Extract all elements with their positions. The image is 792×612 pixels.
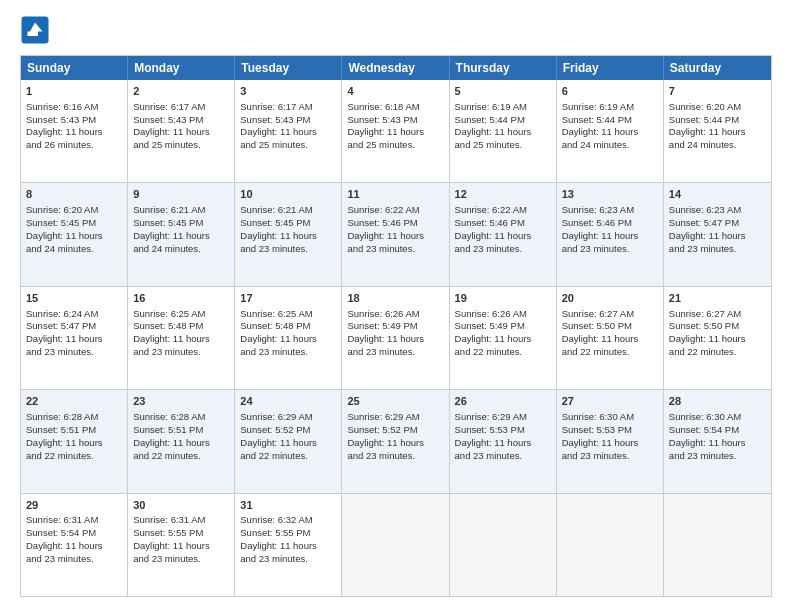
day-info: Sunset: 5:45 PM bbox=[133, 217, 229, 230]
day-info: Daylight: 11 hours bbox=[562, 333, 658, 346]
day-info: Sunrise: 6:32 AM bbox=[240, 514, 336, 527]
day-info: Sunset: 5:49 PM bbox=[455, 320, 551, 333]
day-info: Sunset: 5:52 PM bbox=[347, 424, 443, 437]
day-info: Sunrise: 6:25 AM bbox=[240, 308, 336, 321]
day-number: 1 bbox=[26, 84, 122, 99]
day-number: 10 bbox=[240, 187, 336, 202]
day-info: Daylight: 11 hours bbox=[347, 333, 443, 346]
day-info: Sunrise: 6:20 AM bbox=[669, 101, 766, 114]
day-info: Sunset: 5:48 PM bbox=[240, 320, 336, 333]
day-info: Sunrise: 6:17 AM bbox=[133, 101, 229, 114]
calendar-row: 15Sunrise: 6:24 AMSunset: 5:47 PMDayligh… bbox=[21, 287, 771, 390]
day-info: and 23 minutes. bbox=[455, 243, 551, 256]
day-info: Daylight: 11 hours bbox=[240, 333, 336, 346]
day-info: and 22 minutes. bbox=[669, 346, 766, 359]
day-info: and 23 minutes. bbox=[26, 553, 122, 566]
day-info: Sunrise: 6:23 AM bbox=[669, 204, 766, 217]
day-cell: 24Sunrise: 6:29 AMSunset: 5:52 PMDayligh… bbox=[235, 390, 342, 492]
weekday-header: Thursday bbox=[450, 56, 557, 80]
day-info: and 23 minutes. bbox=[669, 450, 766, 463]
day-info: Sunrise: 6:23 AM bbox=[562, 204, 658, 217]
calendar: SundayMondayTuesdayWednesdayThursdayFrid… bbox=[20, 55, 772, 597]
calendar-row: 29Sunrise: 6:31 AMSunset: 5:54 PMDayligh… bbox=[21, 494, 771, 596]
day-cell: 12Sunrise: 6:22 AMSunset: 5:46 PMDayligh… bbox=[450, 183, 557, 285]
day-cell: 18Sunrise: 6:26 AMSunset: 5:49 PMDayligh… bbox=[342, 287, 449, 389]
day-info: Sunrise: 6:26 AM bbox=[455, 308, 551, 321]
day-cell: 21Sunrise: 6:27 AMSunset: 5:50 PMDayligh… bbox=[664, 287, 771, 389]
page: SundayMondayTuesdayWednesdayThursdayFrid… bbox=[0, 0, 792, 612]
calendar-body: 1Sunrise: 6:16 AMSunset: 5:43 PMDaylight… bbox=[21, 80, 771, 596]
weekday-header: Tuesday bbox=[235, 56, 342, 80]
day-number: 30 bbox=[133, 498, 229, 513]
day-info: Daylight: 11 hours bbox=[133, 230, 229, 243]
day-info: Sunrise: 6:19 AM bbox=[562, 101, 658, 114]
day-cell: 4Sunrise: 6:18 AMSunset: 5:43 PMDaylight… bbox=[342, 80, 449, 182]
day-number: 12 bbox=[455, 187, 551, 202]
day-info: Sunset: 5:44 PM bbox=[669, 114, 766, 127]
day-cell: 13Sunrise: 6:23 AMSunset: 5:46 PMDayligh… bbox=[557, 183, 664, 285]
day-info: Daylight: 11 hours bbox=[669, 333, 766, 346]
day-info: Sunrise: 6:28 AM bbox=[26, 411, 122, 424]
day-info: and 24 minutes. bbox=[562, 139, 658, 152]
day-cell: 31Sunrise: 6:32 AMSunset: 5:55 PMDayligh… bbox=[235, 494, 342, 596]
day-info: Sunset: 5:55 PM bbox=[240, 527, 336, 540]
day-number: 13 bbox=[562, 187, 658, 202]
day-info: Sunset: 5:50 PM bbox=[562, 320, 658, 333]
day-info: Daylight: 11 hours bbox=[240, 126, 336, 139]
day-info: Daylight: 11 hours bbox=[133, 333, 229, 346]
day-cell: 5Sunrise: 6:19 AMSunset: 5:44 PMDaylight… bbox=[450, 80, 557, 182]
day-info: Sunset: 5:46 PM bbox=[347, 217, 443, 230]
weekday-header: Monday bbox=[128, 56, 235, 80]
day-info: Sunset: 5:54 PM bbox=[26, 527, 122, 540]
day-number: 15 bbox=[26, 291, 122, 306]
day-info: Daylight: 11 hours bbox=[26, 230, 122, 243]
day-info: Daylight: 11 hours bbox=[562, 230, 658, 243]
day-cell: 10Sunrise: 6:21 AMSunset: 5:45 PMDayligh… bbox=[235, 183, 342, 285]
day-number: 29 bbox=[26, 498, 122, 513]
day-number: 7 bbox=[669, 84, 766, 99]
day-info: and 23 minutes. bbox=[240, 243, 336, 256]
day-info: and 22 minutes. bbox=[562, 346, 658, 359]
day-number: 26 bbox=[455, 394, 551, 409]
day-number: 16 bbox=[133, 291, 229, 306]
day-cell: 26Sunrise: 6:29 AMSunset: 5:53 PMDayligh… bbox=[450, 390, 557, 492]
day-info: Sunrise: 6:16 AM bbox=[26, 101, 122, 114]
day-info: and 23 minutes. bbox=[562, 243, 658, 256]
calendar-row: 1Sunrise: 6:16 AMSunset: 5:43 PMDaylight… bbox=[21, 80, 771, 183]
day-info: Daylight: 11 hours bbox=[455, 126, 551, 139]
day-number: 3 bbox=[240, 84, 336, 99]
day-cell: 1Sunrise: 6:16 AMSunset: 5:43 PMDaylight… bbox=[21, 80, 128, 182]
day-info: Sunset: 5:45 PM bbox=[26, 217, 122, 230]
day-info: Sunset: 5:55 PM bbox=[133, 527, 229, 540]
day-number: 11 bbox=[347, 187, 443, 202]
day-info: Daylight: 11 hours bbox=[455, 437, 551, 450]
svg-rect-2 bbox=[28, 32, 39, 37]
day-info: and 24 minutes. bbox=[26, 243, 122, 256]
day-cell: 3Sunrise: 6:17 AMSunset: 5:43 PMDaylight… bbox=[235, 80, 342, 182]
day-info: Daylight: 11 hours bbox=[562, 437, 658, 450]
day-number: 22 bbox=[26, 394, 122, 409]
day-info: Sunrise: 6:29 AM bbox=[455, 411, 551, 424]
day-info: and 23 minutes. bbox=[562, 450, 658, 463]
day-number: 31 bbox=[240, 498, 336, 513]
day-info: Daylight: 11 hours bbox=[26, 540, 122, 553]
day-info: Sunrise: 6:27 AM bbox=[669, 308, 766, 321]
day-cell: 27Sunrise: 6:30 AMSunset: 5:53 PMDayligh… bbox=[557, 390, 664, 492]
day-cell: 2Sunrise: 6:17 AMSunset: 5:43 PMDaylight… bbox=[128, 80, 235, 182]
day-info: Daylight: 11 hours bbox=[133, 437, 229, 450]
day-number: 24 bbox=[240, 394, 336, 409]
day-number: 14 bbox=[669, 187, 766, 202]
day-info: and 23 minutes. bbox=[133, 553, 229, 566]
day-info: Sunrise: 6:27 AM bbox=[562, 308, 658, 321]
calendar-header: SundayMondayTuesdayWednesdayThursdayFrid… bbox=[21, 56, 771, 80]
day-number: 18 bbox=[347, 291, 443, 306]
day-info: and 25 minutes. bbox=[347, 139, 443, 152]
empty-cell bbox=[450, 494, 557, 596]
day-info: Daylight: 11 hours bbox=[26, 333, 122, 346]
day-cell: 6Sunrise: 6:19 AMSunset: 5:44 PMDaylight… bbox=[557, 80, 664, 182]
day-cell: 8Sunrise: 6:20 AMSunset: 5:45 PMDaylight… bbox=[21, 183, 128, 285]
day-info: Daylight: 11 hours bbox=[347, 230, 443, 243]
day-cell: 19Sunrise: 6:26 AMSunset: 5:49 PMDayligh… bbox=[450, 287, 557, 389]
day-cell: 15Sunrise: 6:24 AMSunset: 5:47 PMDayligh… bbox=[21, 287, 128, 389]
day-info: Daylight: 11 hours bbox=[240, 540, 336, 553]
